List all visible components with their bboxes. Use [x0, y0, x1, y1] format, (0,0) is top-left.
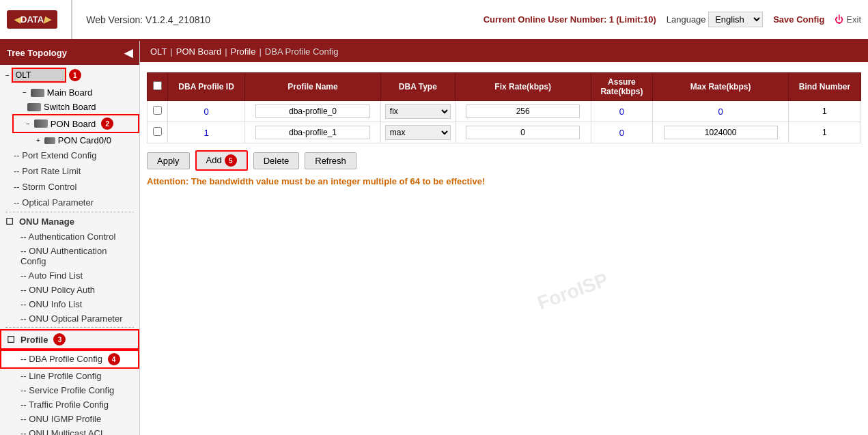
olt-row: − 1: [0, 65, 139, 85]
row0-profile-name-input[interactable]: [255, 104, 369, 118]
sidebar-item-pon-board[interactable]: − PON Board 2: [12, 114, 139, 133]
row1-checkbox-cell: [148, 122, 168, 143]
row0-bind-number: 1: [788, 101, 860, 122]
attention-label: Attention:: [147, 176, 188, 186]
power-icon: ⏻: [835, 14, 843, 25]
menu-auto-find[interactable]: -- Auto Find List: [0, 268, 139, 283]
content-area: OLT | PON Board | Profile | DBA Profile …: [140, 41, 868, 435]
pon-board-icon: [34, 120, 48, 128]
save-config-link[interactable]: Save Config: [773, 14, 824, 25]
logo-text: DATA: [20, 14, 44, 25]
menu-multicast-acl[interactable]: -- ONU Multicast ACL: [0, 426, 139, 435]
row1-id: 1: [168, 122, 245, 143]
card-expand-icon: +: [36, 137, 40, 144]
checkbox-profile[interactable]: ☐: [7, 335, 15, 345]
breadcrumb-pon-board[interactable]: PON Board: [176, 46, 221, 57]
olt-children: − Main Board Switch Board − PON Board 2 …: [0, 85, 139, 148]
olt-input[interactable]: [12, 68, 66, 83]
main-board-label: Main Board: [47, 87, 92, 98]
pon-menu-items: -- Port Extend Config -- Port Rate Limit…: [0, 148, 139, 210]
row0-max-link[interactable]: 0: [718, 107, 723, 117]
menu-optical-param[interactable]: -- Optical Parameter: [0, 195, 139, 210]
pon-expand-icon: −: [26, 120, 30, 128]
menu-dba-profile[interactable]: -- DBA Profile Config 4: [0, 350, 139, 369]
menu-onu-auth-config[interactable]: -- ONU Authentication Config: [0, 244, 139, 268]
row0-profile-name: [245, 101, 381, 122]
row0-fix-rate-input[interactable]: [466, 104, 580, 118]
row1-dba-type: fix assure max assure+fix max+fix: [380, 122, 455, 143]
badge-4: 4: [108, 353, 120, 365]
menu-service-profile[interactable]: -- Service Profile Config: [0, 383, 139, 397]
th-checkbox: [148, 73, 168, 101]
dba-profile-table: DBA Profile ID Profile Name DBA Type Fix…: [147, 72, 861, 143]
sidebar-collapse-icon[interactable]: ◀: [124, 46, 132, 59]
pon-board-label: PON Board: [51, 119, 96, 129]
logo-area: ◀ DATA ▶: [7, 0, 72, 39]
table-row: 0 fix assure max assure+fix: [148, 101, 861, 122]
content-body: DBA Profile ID Profile Name DBA Type Fix…: [140, 62, 868, 435]
profile-label: Profile: [20, 335, 48, 345]
profile-section[interactable]: ☐ Profile 3: [0, 329, 139, 350]
breadcrumb-olt[interactable]: OLT: [150, 46, 167, 57]
language-select[interactable]: English Chinese: [708, 12, 763, 27]
row1-dba-type-select[interactable]: fix assure max assure+fix max+fix: [385, 125, 451, 140]
breadcrumb: OLT | PON Board | Profile | DBA Profile …: [140, 41, 868, 62]
menu-onu-info[interactable]: -- ONU Info List: [0, 297, 139, 311]
row0-dba-type-select[interactable]: fix assure max assure+fix max+fix: [385, 104, 451, 119]
badge-5: 5: [225, 154, 237, 167]
row1-id-link[interactable]: 1: [204, 128, 208, 138]
watermark: ForoISP: [535, 269, 611, 315]
sidebar-item-pon-card[interactable]: + PON Card0/0: [12, 133, 139, 148]
table-container: DBA Profile ID Profile Name DBA Type Fix…: [147, 69, 861, 143]
menu-traffic-profile[interactable]: -- Traffic Profile Config: [0, 397, 139, 412]
apply-button[interactable]: Apply: [147, 152, 190, 169]
pon-card-label: PON Card0/0: [58, 135, 111, 145]
add-button[interactable]: Add5: [195, 150, 248, 171]
delete-button[interactable]: Delete: [253, 152, 300, 169]
row1-max-rate-input[interactable]: [664, 126, 778, 139]
menu-line-profile[interactable]: -- Line Profile Config: [0, 369, 139, 383]
row1-profile-name: [245, 122, 381, 143]
row0-assure-rate: 0: [591, 101, 653, 122]
exit-label: Exit: [846, 14, 861, 25]
separator-2: [5, 327, 134, 328]
table-row: 1 fix assure max assure+fix: [148, 122, 861, 143]
th-profile-name: Profile Name: [245, 73, 381, 101]
row0-checkbox[interactable]: [153, 106, 162, 115]
onu-manage-section[interactable]: ☐ ONU Manage: [0, 214, 139, 229]
main-layout: Tree Topology ◀ − 1 − Main Board Switch …: [0, 41, 868, 435]
row0-id-link[interactable]: 0: [204, 107, 208, 117]
menu-port-extend[interactable]: -- Port Extend Config: [0, 148, 139, 163]
th-dba-type: DBA Type: [380, 73, 455, 101]
menu-port-rate[interactable]: -- Port Rate Limit: [0, 163, 139, 179]
attention-text: The bandwidth value must be an integer m…: [191, 176, 486, 186]
checkbox-onu[interactable]: ☐: [5, 216, 14, 227]
row1-fix-rate-input[interactable]: [466, 126, 580, 139]
row1-profile-name-input[interactable]: [255, 126, 369, 139]
button-row: Apply Add5 Delete Refresh: [147, 150, 861, 171]
exit-button[interactable]: ⏻ Exit: [835, 14, 861, 25]
row1-assure-link[interactable]: 0: [619, 128, 624, 138]
row1-checkbox[interactable]: [153, 127, 162, 136]
menu-storm-control[interactable]: -- Storm Control: [0, 179, 139, 195]
web-version: Web Version: V1.2.4_210810: [86, 14, 210, 25]
select-all-checkbox[interactable]: [153, 81, 162, 90]
row0-fix-rate: [455, 101, 591, 122]
sidebar-item-main-board[interactable]: − Main Board: [12, 85, 139, 100]
refresh-button[interactable]: Refresh: [305, 152, 356, 169]
breadcrumb-profile[interactable]: Profile: [231, 46, 256, 57]
row0-assure-link[interactable]: 0: [619, 107, 624, 117]
attention-message: Attention: The bandwidth value must be a…: [147, 176, 861, 186]
menu-onu-optical[interactable]: -- ONU Optical Parameter: [0, 311, 139, 326]
th-bind-number: Bind Number: [788, 73, 860, 101]
profile-menu-items: -- DBA Profile Config 4 -- Line Profile …: [0, 350, 139, 435]
minus-icon[interactable]: −: [5, 72, 10, 79]
menu-onu-policy[interactable]: -- ONU Policy Auth: [0, 283, 139, 297]
badge-1: 1: [69, 69, 81, 81]
menu-igmp-profile[interactable]: -- ONU IGMP Profile: [0, 412, 139, 426]
header: ◀ DATA ▶ Web Version: V1.2.4_210810 Curr…: [0, 0, 868, 41]
menu-auth-control[interactable]: -- Authentication Control: [0, 229, 139, 244]
onu-manage-label: ONU Manage: [19, 216, 74, 227]
th-assure-rate: AssureRate(kbps): [591, 73, 653, 101]
sidebar-item-switch-board[interactable]: Switch Board: [12, 100, 139, 114]
